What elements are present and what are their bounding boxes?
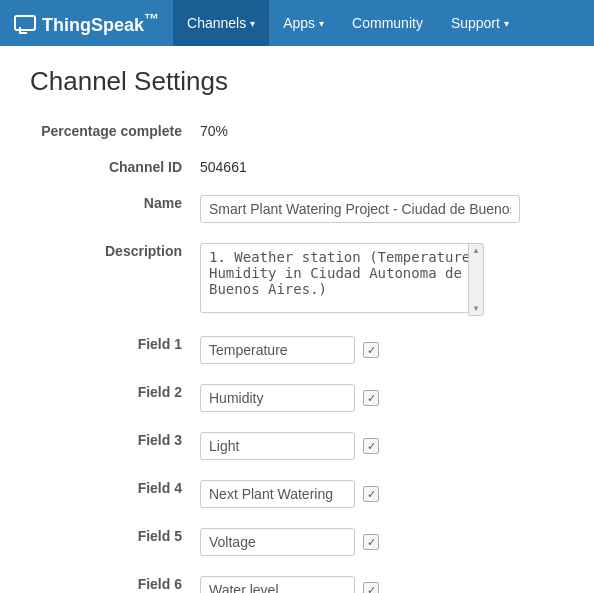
brand-logo: ThingSpeak™ (0, 0, 173, 46)
nav-channels-caret: ▾ (250, 18, 255, 29)
row-field1: Field 1 (30, 330, 564, 364)
brand-name: ThingSpeak™ (42, 10, 159, 36)
label-field5: Field 5 (30, 522, 200, 544)
page-title: Channel Settings (30, 66, 564, 97)
field4-row (200, 480, 379, 508)
value-description: ▲ ▼ (200, 237, 484, 316)
input-field1[interactable] (200, 336, 355, 364)
scrollbar: ▲ ▼ (468, 243, 484, 316)
label-percentage: Percentage complete (30, 117, 200, 139)
label-field1: Field 1 (30, 330, 200, 352)
channel-settings-form: Percentage complete 70% Channel ID 50466… (30, 117, 564, 593)
field6-row (200, 576, 379, 593)
nav-channels[interactable]: Channels ▾ (173, 0, 269, 46)
input-description[interactable] (200, 243, 484, 313)
field3-row (200, 432, 379, 460)
nav-apps[interactable]: Apps ▾ (269, 0, 338, 46)
checkbox-field5[interactable] (363, 534, 379, 550)
nav-support-label: Support (451, 15, 500, 31)
field5-row (200, 528, 379, 556)
label-channel-id: Channel ID (30, 153, 200, 175)
value-field3 (200, 426, 379, 460)
input-name[interactable] (200, 195, 520, 223)
input-field2[interactable] (200, 384, 355, 412)
input-field4[interactable] (200, 480, 355, 508)
input-field5[interactable] (200, 528, 355, 556)
nav-community[interactable]: Community (338, 0, 437, 46)
checkbox-field2[interactable] (363, 390, 379, 406)
scroll-down-icon[interactable]: ▼ (472, 304, 480, 313)
value-field4 (200, 474, 379, 508)
brand-icon (14, 15, 36, 31)
row-field3: Field 3 (30, 426, 564, 460)
main-content: Channel Settings Percentage complete 70%… (0, 46, 594, 593)
value-field6 (200, 570, 379, 593)
value-name (200, 189, 520, 223)
label-field4: Field 4 (30, 474, 200, 496)
nav-apps-label: Apps (283, 15, 315, 31)
checkbox-field1[interactable] (363, 342, 379, 358)
label-field6: Field 6 (30, 570, 200, 592)
nav-support[interactable]: Support ▾ (437, 0, 523, 46)
row-name: Name (30, 189, 564, 223)
navbar: ThingSpeak™ Channels ▾ Apps ▾ Community … (0, 0, 594, 46)
nav-community-label: Community (352, 15, 423, 31)
checkbox-field6[interactable] (363, 582, 379, 593)
label-field2: Field 2 (30, 378, 200, 400)
row-field4: Field 4 (30, 474, 564, 508)
label-description: Description (30, 237, 200, 259)
value-field2 (200, 378, 379, 412)
nav-apps-caret: ▾ (319, 18, 324, 29)
row-channel-id: Channel ID 504661 (30, 153, 564, 175)
nav-support-caret: ▾ (504, 18, 509, 29)
nav-channels-label: Channels (187, 15, 246, 31)
value-field5 (200, 522, 379, 556)
field1-row (200, 336, 379, 364)
brand-tm: ™ (144, 10, 159, 27)
scroll-up-icon[interactable]: ▲ (472, 246, 480, 255)
value-field1 (200, 330, 379, 364)
label-name: Name (30, 189, 200, 211)
label-field3: Field 3 (30, 426, 200, 448)
field2-row (200, 384, 379, 412)
row-description: Description ▲ ▼ (30, 237, 564, 316)
value-percentage: 70% (200, 117, 228, 139)
input-field3[interactable] (200, 432, 355, 460)
row-field6: Field 6 (30, 570, 564, 593)
row-field5: Field 5 (30, 522, 564, 556)
checkbox-field3[interactable] (363, 438, 379, 454)
value-channel-id: 504661 (200, 153, 247, 175)
input-field6[interactable] (200, 576, 355, 593)
checkbox-field4[interactable] (363, 486, 379, 502)
description-wrapper: ▲ ▼ (200, 243, 484, 316)
row-field2: Field 2 (30, 378, 564, 412)
row-percentage: Percentage complete 70% (30, 117, 564, 139)
